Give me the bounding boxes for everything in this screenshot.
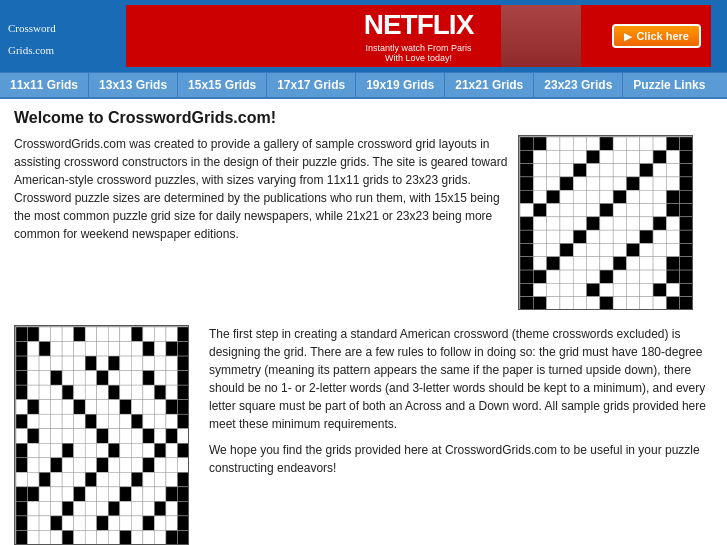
svg-rect-132	[533, 270, 546, 283]
svg-rect-207	[85, 356, 97, 371]
svg-rect-241	[131, 385, 143, 400]
nav-item-nav-23[interactable]: 23x23 Grids	[534, 73, 623, 97]
svg-rect-119	[533, 257, 546, 270]
svg-rect-391	[131, 530, 143, 545]
svg-rect-259	[166, 400, 178, 415]
svg-rect-221	[74, 371, 86, 386]
svg-rect-112	[613, 243, 626, 256]
logo-com: .com	[32, 44, 54, 56]
nav-item-nav-19[interactable]: 19x19 Grids	[356, 73, 445, 97]
svg-rect-75	[640, 204, 653, 217]
svg-rect-300	[120, 443, 132, 458]
svg-rect-283	[97, 429, 109, 444]
svg-rect-229	[166, 371, 178, 386]
svg-rect-2	[533, 137, 546, 150]
svg-rect-228	[154, 371, 166, 386]
svg-rect-194	[108, 342, 120, 357]
svg-rect-365	[177, 501, 189, 516]
ad-content: NETFLIX Instantly watch From Paris With …	[364, 9, 474, 63]
svg-rect-364	[166, 501, 178, 516]
svg-rect-266	[74, 414, 86, 429]
svg-rect-69	[560, 204, 573, 217]
svg-rect-244	[166, 385, 178, 400]
ad-cta[interactable]: Click here	[612, 24, 701, 48]
nav-item-nav-13[interactable]: 13x13 Grids	[89, 73, 178, 97]
svg-rect-3	[547, 137, 560, 150]
svg-rect-303	[154, 443, 166, 458]
svg-rect-28	[533, 164, 546, 177]
svg-rect-314	[108, 458, 120, 473]
svg-rect-40	[520, 177, 533, 190]
svg-rect-129	[666, 257, 679, 270]
svg-rect-235	[62, 385, 74, 400]
svg-rect-64	[666, 190, 679, 203]
svg-rect-128	[653, 257, 666, 270]
svg-rect-292	[28, 443, 40, 458]
nav-item-nav-11[interactable]: 11x11 Grids	[0, 73, 89, 97]
ad-banner[interactable]: NETFLIX Instantly watch From Paris With …	[126, 5, 711, 67]
svg-rect-14	[520, 150, 533, 163]
click-here-button[interactable]: Click here	[612, 24, 701, 48]
logo[interactable]: Crossword Grids.com	[8, 14, 118, 58]
svg-rect-379	[166, 516, 178, 531]
svg-rect-394	[166, 530, 178, 545]
svg-rect-318	[154, 458, 166, 473]
svg-rect-91	[680, 217, 693, 230]
svg-rect-347	[143, 487, 155, 502]
svg-rect-208	[97, 356, 109, 371]
svg-rect-248	[39, 400, 51, 415]
svg-rect-77	[666, 204, 679, 217]
svg-rect-230	[177, 371, 189, 386]
svg-rect-395	[177, 530, 189, 545]
svg-rect-203	[39, 356, 51, 371]
svg-rect-162	[587, 297, 600, 310]
nav-item-nav-15[interactable]: 15x15 Grids	[178, 73, 267, 97]
svg-rect-180	[120, 327, 132, 342]
svg-rect-47	[613, 177, 626, 190]
svg-rect-150	[600, 283, 613, 296]
svg-rect-123	[587, 257, 600, 270]
svg-rect-250	[62, 400, 74, 415]
svg-rect-223	[97, 371, 109, 386]
svg-rect-311	[74, 458, 86, 473]
svg-rect-233	[39, 385, 51, 400]
svg-rect-383	[39, 530, 51, 545]
svg-rect-254	[108, 400, 120, 415]
svg-rect-276	[16, 429, 28, 444]
svg-rect-393	[154, 530, 166, 545]
svg-rect-66	[520, 204, 533, 217]
svg-rect-215	[177, 356, 189, 371]
svg-rect-329	[108, 472, 120, 487]
svg-rect-219	[51, 371, 63, 386]
svg-rect-263	[39, 414, 51, 429]
nav-item-nav-21[interactable]: 21x21 Grids	[445, 73, 534, 97]
svg-rect-255	[120, 400, 132, 415]
svg-rect-16	[547, 150, 560, 163]
svg-rect-25	[666, 150, 679, 163]
nav-item-nav-17[interactable]: 17x17 Grids	[267, 73, 356, 97]
svg-rect-224	[108, 371, 120, 386]
svg-rect-306	[16, 458, 28, 473]
svg-rect-32	[587, 164, 600, 177]
middle-section: The first step in creating a standard Am…	[14, 325, 713, 545]
svg-rect-206	[74, 356, 86, 371]
svg-rect-18	[573, 150, 586, 163]
svg-rect-105	[520, 243, 533, 256]
svg-rect-177	[85, 327, 97, 342]
nav-item-nav-links[interactable]: Puzzle Links	[623, 73, 715, 97]
svg-rect-310	[62, 458, 74, 473]
logo-line1: Crossword	[8, 22, 56, 34]
svg-rect-35	[626, 164, 639, 177]
svg-rect-376	[131, 516, 143, 531]
svg-rect-71	[587, 204, 600, 217]
svg-rect-13	[680, 137, 693, 150]
svg-rect-274	[166, 414, 178, 429]
svg-rect-249	[51, 400, 63, 415]
svg-rect-120	[547, 257, 560, 270]
svg-rect-44	[573, 177, 586, 190]
svg-rect-166	[640, 297, 653, 310]
svg-rect-155	[666, 283, 679, 296]
svg-rect-197	[143, 342, 155, 357]
svg-rect-116	[666, 243, 679, 256]
svg-rect-234	[51, 385, 63, 400]
